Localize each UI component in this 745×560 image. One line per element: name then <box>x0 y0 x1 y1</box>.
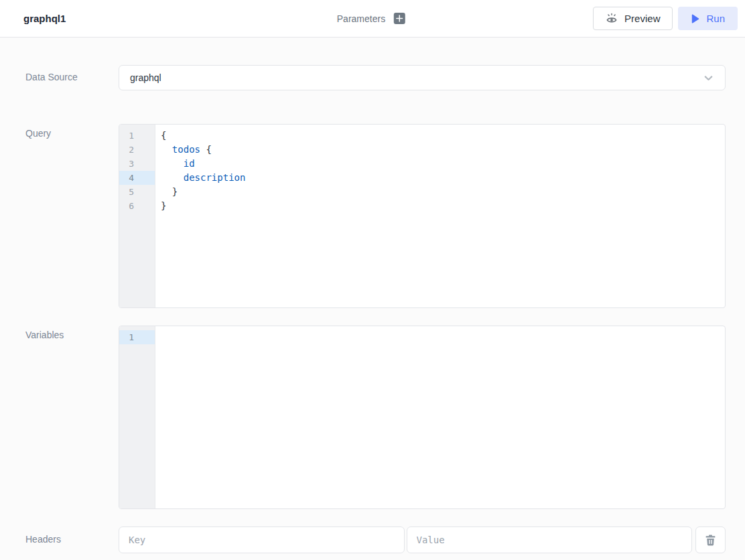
code-line: } <box>161 199 725 213</box>
line-number-gutter: 1 <box>119 326 155 508</box>
parameters-section: Parameters <box>337 0 405 37</box>
preview-button-label: Preview <box>624 13 660 24</box>
trash-icon <box>705 535 716 546</box>
headers-label: Headers <box>25 527 119 545</box>
line-number: 1 <box>119 129 155 143</box>
line-number: 4 <box>119 171 155 185</box>
line-number-gutter: 123456 <box>119 125 155 307</box>
header-actions: Preview Run <box>593 7 738 30</box>
eye-icon <box>606 13 618 24</box>
add-parameter-button[interactable] <box>394 13 405 24</box>
data-source-select[interactable]: graphql <box>119 65 726 90</box>
line-number: 6 <box>119 199 155 213</box>
query-code-editor[interactable]: 123456{ todos { id description }} <box>119 124 726 308</box>
parameters-label: Parameters <box>337 13 385 24</box>
preview-button[interactable]: Preview <box>593 7 673 30</box>
chevron-down-icon <box>703 72 714 84</box>
data-source-value: graphql <box>130 72 161 83</box>
variables-label: Variables <box>25 326 119 340</box>
line-number: 5 <box>119 185 155 199</box>
code-content[interactable] <box>155 326 725 508</box>
run-button-label: Run <box>706 13 725 24</box>
delete-header-button[interactable] <box>695 527 726 553</box>
data-source-label: Data Source <box>25 65 119 82</box>
line-number: 3 <box>119 157 155 171</box>
query-row: Query 123456{ todos { id description }} <box>0 124 745 308</box>
header-key-input[interactable] <box>119 527 405 553</box>
data-source-row: Data Source graphql <box>0 65 745 90</box>
code-content[interactable]: { todos { id description }} <box>155 125 725 307</box>
play-icon <box>691 14 699 23</box>
code-line: { <box>161 129 725 143</box>
variables-row: Variables 1 <box>0 326 745 509</box>
variables-code-editor[interactable]: 1 <box>119 326 726 509</box>
query-editor-body: Data Source graphql Query 123456{ todos … <box>0 65 745 553</box>
headers-row: Headers <box>0 527 745 553</box>
code-line: id <box>161 157 725 171</box>
line-number: 1 <box>119 330 155 344</box>
code-line: todos { <box>161 143 725 157</box>
line-number: 2 <box>119 143 155 157</box>
code-line <box>161 330 725 344</box>
plus-icon <box>396 15 403 22</box>
query-label: Query <box>25 124 119 139</box>
code-line: description <box>161 171 725 185</box>
header-value-input[interactable] <box>407 527 693 553</box>
run-button[interactable]: Run <box>678 7 738 30</box>
query-name[interactable]: graphql1 <box>23 13 66 24</box>
code-line: } <box>161 185 725 199</box>
query-editor-header: graphql1 Parameters Preview Run <box>0 0 745 38</box>
